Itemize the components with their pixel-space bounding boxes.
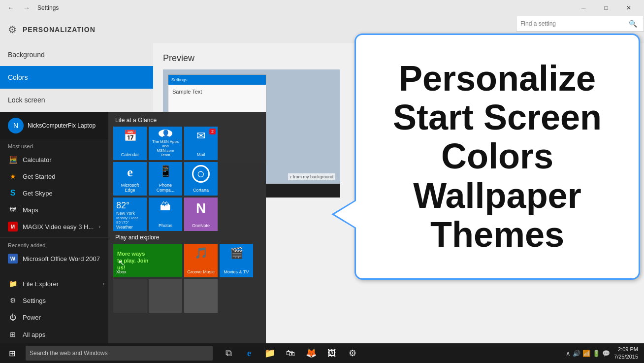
settings-title: PERSONALIZATION (23, 26, 96, 33)
start-menu-left: N NicksComputerFix Laptop Most used 🧮 Ca… (0, 112, 108, 343)
tile-groove[interactable]: 🎵 Groove Music (184, 244, 218, 277)
tile-photos[interactable]: 🏔 Photos (149, 198, 182, 231)
weather-range: 85°/75° (116, 220, 129, 225)
tile-phone[interactable]: 📱 Phone Compa... (149, 162, 182, 196)
start-all-apps[interactable]: ⊞ All apps (0, 326, 108, 343)
weather-desc: Mostly Clear (116, 216, 138, 220)
tile-msn[interactable]: 👤 The MSN Apps andMSN.com Team (149, 127, 182, 160)
start-app-getstarted[interactable]: ★ Get Started (0, 168, 108, 185)
titlebar: ← → Settings ─ □ ✕ (0, 0, 644, 16)
taskbar-search-bar[interactable]: Search the web and Windows (26, 346, 213, 361)
taskbar-firefox-icon[interactable]: 🦊 (301, 343, 321, 363)
tile-onenote[interactable]: N OneNote (184, 198, 218, 231)
tiles-row-2: e Microsoft Edge 📱 Phone Compa... ○ Cort… (113, 162, 261, 196)
chevron-up-icon[interactable]: ∧ (566, 350, 571, 357)
onenote-tile-icon: N (196, 200, 206, 216)
groove-tile-icon: 🎵 (194, 247, 208, 260)
msn-icon: 👤 (159, 130, 172, 137)
maximize-button[interactable]: □ (595, 0, 617, 16)
power-icon: ⏻ (8, 312, 18, 322)
forward-button[interactable]: → (20, 1, 33, 15)
network-icon[interactable]: 📶 (582, 350, 590, 357)
annotation-text: Personalize Start Screen Colors Wallpape… (393, 59, 602, 254)
start-menu-tiles: Life at a Glance 📅 Calendar 👤 The MSN Ap… (108, 112, 266, 343)
clock-time: 2:09 PM (614, 346, 638, 353)
top-search-input[interactable] (516, 20, 625, 27)
annotation-box: Personalize Start Screen Colors Wallpape… (354, 33, 640, 280)
file-explorer-icon: 📁 (8, 279, 18, 289)
preview-color-from: r from my background (288, 173, 335, 180)
tiles-row-dark (113, 279, 261, 313)
titlebar-left: ← → Settings (4, 1, 59, 15)
start-app-skype[interactable]: S Get Skype (0, 185, 108, 201)
titlebar-nav: ← → (4, 1, 33, 15)
start-settings[interactable]: ⚙ Settings (0, 292, 108, 309)
volume-icon[interactable]: 🔊 (573, 350, 580, 357)
settings-icon: ⚙ (8, 296, 18, 305)
cortana-tile-icon: ○ (192, 165, 210, 183)
start-app-maps[interactable]: 🗺 Maps (0, 201, 108, 218)
top-search-bar[interactable]: 🔍 (516, 16, 644, 32)
tile-dark-1[interactable] (113, 279, 147, 313)
start-app-calculator[interactable]: 🧮 Calculator (0, 151, 108, 168)
minimize-button[interactable]: ─ (572, 0, 595, 16)
all-apps-icon: ⊞ (8, 330, 18, 339)
settings-header: ⚙ PERSONALIZATION (0, 16, 153, 43)
taskbar-clock[interactable]: 2:09 PM 7/25/2015 (612, 346, 640, 361)
message-icon[interactable]: 💬 (602, 350, 610, 357)
tile-movies[interactable]: 🎬 Movies & TV (220, 244, 253, 277)
tile-cortana[interactable]: ○ Cortana (184, 162, 218, 196)
tile-mail[interactable]: ✉ 2 Mail (184, 127, 218, 160)
taskbar-app-icons: ⧉ e 📁 🛍 🦊 🖼 ⚙ (219, 343, 362, 363)
mail-tile-icon: ✉ (196, 130, 205, 142)
system-tray-icons: ∧ 🔊 📶 🔋 💬 (566, 350, 610, 357)
tile-xbox[interactable]: More waysto play. Joinus! Xbox ↖ (113, 244, 182, 277)
user-avatar: N (8, 118, 24, 133)
sidebar-item-colors[interactable]: Colors (0, 66, 153, 89)
movies-tile-icon: 🎬 (230, 247, 243, 260)
start-user-section: N NicksComputerFix Laptop (0, 112, 108, 139)
tiles-row-1: 📅 Calendar 👤 The MSN Apps andMSN.com Tea… (113, 127, 261, 160)
weather-city: New York (116, 211, 135, 216)
xbox-label: Xbox (116, 269, 127, 274)
start-app-magix[interactable]: M MAGIX Video easy 3 H... › (0, 218, 108, 235)
taskbar-explorer-icon[interactable]: 📁 (260, 343, 280, 363)
tile-calendar[interactable]: 📅 Calendar (113, 127, 147, 160)
tiles-row-3: 82° New York Mostly Clear 85°/75° Weathe… (113, 198, 261, 231)
life-at-glance-label: Life at a Glance (113, 117, 261, 124)
taskbar-store-icon[interactable]: 🛍 (281, 343, 300, 363)
weather-temp: 82° (116, 200, 129, 211)
word-icon: W (8, 254, 18, 264)
close-button[interactable]: ✕ (617, 0, 640, 16)
back-button[interactable]: ← (4, 1, 18, 15)
photos-tile-icon: 🏔 (160, 200, 171, 213)
sidebar-item-background[interactable]: Background (0, 43, 153, 66)
phone-tile-icon: 📱 (159, 165, 172, 178)
getstarted-icon: ★ (8, 171, 18, 181)
window-title: Settings (37, 4, 59, 11)
start-button[interactable]: ⊞ (0, 343, 24, 363)
play-explore-label: Play and explore (113, 234, 261, 241)
preview-sample-text: Sample Text (168, 85, 266, 99)
start-menu: N NicksComputerFix Laptop Most used 🧮 Ca… (0, 112, 266, 343)
calendar-tile-icon: 📅 (124, 130, 137, 142)
tile-dark-2[interactable] (149, 279, 182, 313)
taskbar: ⊞ Search the web and Windows ⧉ e 📁 🛍 🦊 🖼… (0, 343, 644, 363)
taskbar-settings-taskbar-icon[interactable]: ⚙ (343, 343, 362, 363)
edge-tile-icon: e (127, 165, 133, 180)
taskbar-task-view[interactable]: ⧉ (219, 343, 238, 363)
magix-icon: M (8, 222, 18, 231)
start-app-word[interactable]: W Microsoft Office Word 2007 (0, 250, 108, 267)
start-file-explorer[interactable]: 📁 File Explorer › (0, 275, 108, 292)
most-used-label: Most used (0, 139, 108, 151)
start-power[interactable]: ⏻ Power (0, 309, 108, 326)
tile-weather[interactable]: 82° New York Mostly Clear 85°/75° Weathe… (113, 198, 147, 231)
tile-edge[interactable]: e Microsoft Edge (113, 162, 147, 196)
start-logo-icon: ⊞ (9, 349, 15, 358)
window-controls: ─ □ ✕ (572, 0, 640, 16)
sidebar-item-lockscreen[interactable]: Lock screen (0, 89, 153, 111)
taskbar-photos-icon[interactable]: 🖼 (322, 343, 342, 363)
taskbar-edge-icon[interactable]: e (239, 343, 259, 363)
battery-icon[interactable]: 🔋 (592, 350, 600, 357)
tile-dark-3[interactable] (184, 279, 218, 313)
